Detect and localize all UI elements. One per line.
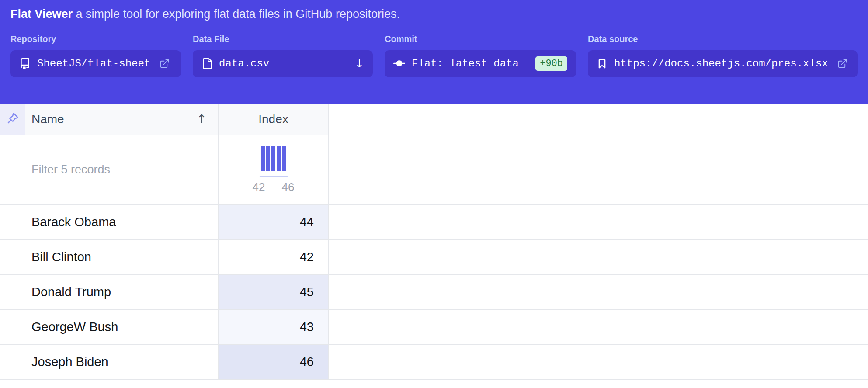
histogram-axis: [260, 176, 288, 177]
empty-grid-area: [329, 104, 868, 388]
data-file-control: Data File data.csv ↓: [193, 34, 373, 77]
column-header-name[interactable]: Name ↑: [25, 104, 219, 135]
app-title-row: Flat Viewer a simple tool for exploring …: [10, 0, 858, 22]
app-subtitle: a simple tool for exploring flat data fi…: [76, 7, 400, 21]
external-link-icon: [160, 59, 170, 69]
empty-grid-row: [329, 135, 868, 170]
data-file-value: data.csv: [219, 58, 269, 69]
sort-ascending-icon: ↑: [197, 112, 207, 126]
empty-grid-row: [329, 310, 868, 345]
histogram-bar: [282, 146, 286, 171]
filter-input[interactable]: [0, 135, 218, 204]
cell-index: 46: [219, 345, 329, 380]
data-source-link[interactable]: https://docs.sheetjs.com/pres.xlsx: [588, 50, 858, 77]
data-source-control: Data source https://docs.sheetjs.com/pre…: [588, 34, 858, 77]
controls-row: Repository SheetJS/flat-sheet Data File: [10, 34, 858, 77]
data-file-select[interactable]: data.csv ↓: [193, 50, 373, 77]
cell-name: Donald Trump: [0, 275, 219, 310]
topbar: Flat Viewer a simple tool for exploring …: [0, 0, 868, 104]
histogram-bars: [261, 146, 286, 171]
external-link-icon: [837, 59, 847, 69]
cell-name: Bill Clinton: [0, 240, 219, 275]
commit-button[interactable]: Flat: latest data +90b: [385, 50, 576, 77]
app-title: Flat Viewer: [10, 7, 73, 21]
repository-value: SheetJS/flat-sheet: [37, 58, 150, 69]
filter-cell: [0, 135, 219, 205]
empty-grid-row: [329, 275, 868, 310]
histogram-bar: [261, 146, 265, 171]
histogram-labels: 42 46: [253, 180, 295, 194]
diff-size-badge: +90b: [535, 56, 567, 71]
chevron-down-icon: ↓: [355, 57, 364, 70]
repo-icon: [19, 58, 31, 69]
pushpin-icon: [6, 112, 19, 127]
flat-viewer-page: Flat Viewer a simple tool for exploring …: [0, 0, 868, 388]
commit-message: Flat: latest data: [412, 58, 519, 69]
table-area: Name ↑ Index 42 46 Barack Obama: [0, 104, 868, 388]
commit-label: Commit: [385, 34, 576, 44]
histogram-bar: [266, 146, 270, 171]
cell-index: 42: [219, 240, 329, 275]
commit-icon: [393, 58, 405, 69]
empty-grid-row: [329, 205, 868, 240]
empty-grid-row: [329, 240, 868, 275]
histogram-bar: [271, 146, 275, 171]
data-table: Name ↑ Index 42 46 Barack Obama: [0, 104, 329, 388]
repository-label: Repository: [10, 34, 181, 44]
column-header-name-label: Name: [31, 112, 64, 126]
commit-control: Commit Flat: latest data +90b: [385, 34, 576, 77]
data-source-url: https://docs.sheetjs.com/pres.xlsx: [614, 58, 828, 69]
histogram-max-label: 46: [282, 180, 295, 194]
pin-column-header[interactable]: [0, 104, 25, 135]
cell-name: Barack Obama: [0, 205, 219, 240]
repository-button[interactable]: SheetJS/flat-sheet: [10, 50, 181, 77]
histogram-min-label: 42: [253, 180, 265, 194]
cell-index: 43: [219, 310, 329, 345]
column-header-index[interactable]: Index: [219, 104, 329, 135]
empty-grid-row: [329, 170, 868, 205]
repository-control: Repository SheetJS/flat-sheet: [10, 34, 181, 77]
index-histogram[interactable]: 42 46: [219, 135, 329, 205]
data-file-label: Data File: [193, 34, 373, 44]
column-header-index-label: Index: [258, 112, 288, 126]
empty-grid-row: [329, 345, 868, 380]
bookmark-icon: [597, 58, 608, 69]
histogram-bar: [277, 146, 281, 171]
empty-grid-header-row: [329, 104, 868, 135]
file-icon: [201, 58, 212, 69]
cell-index: 44: [219, 205, 329, 240]
cell-index: 45: [219, 275, 329, 310]
cell-name: GeorgeW Bush: [0, 310, 219, 345]
data-source-label: Data source: [588, 34, 858, 44]
cell-name: Joseph Biden: [0, 345, 219, 380]
